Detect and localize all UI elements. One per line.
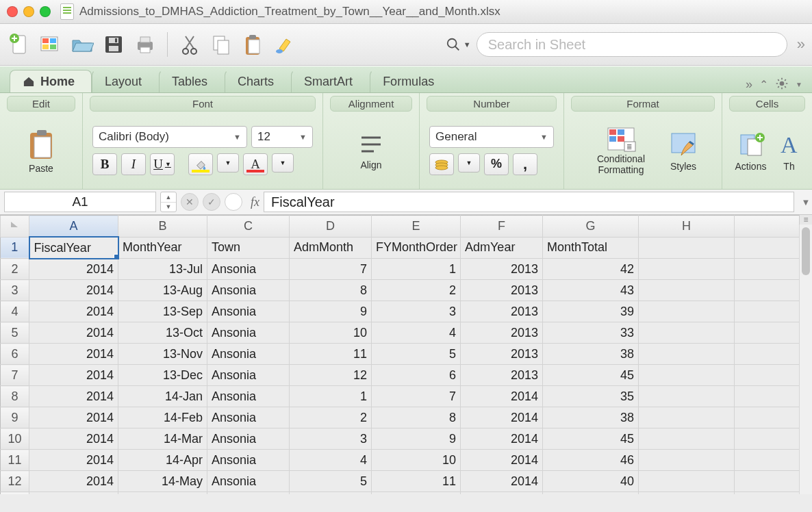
column-header[interactable]: E	[372, 216, 461, 238]
cell[interactable]: 3	[290, 428, 372, 450]
tab-charts[interactable]: Charts	[225, 70, 291, 92]
cell[interactable]: Ansonia	[207, 471, 290, 492]
cell[interactable]: 43	[543, 280, 639, 301]
tab-smartart[interactable]: SmartArt	[291, 70, 370, 92]
cell[interactable]	[639, 492, 735, 495]
cell[interactable]: 35	[543, 386, 639, 407]
name-box[interactable]: A1	[4, 192, 156, 212]
tab-formulas[interactable]: Formulas	[370, 70, 451, 92]
cell[interactable]	[735, 365, 803, 386]
cell[interactable]: 40	[543, 471, 639, 492]
cut-button[interactable]	[177, 32, 202, 57]
cell[interactable]	[735, 492, 803, 495]
cell[interactable]: FiscalYear	[29, 237, 118, 259]
row-header[interactable]: 12	[1, 471, 29, 492]
scroll-thumb[interactable]	[802, 227, 810, 275]
cell[interactable]: 8	[372, 407, 461, 428]
cell[interactable]: 14-Jan	[118, 386, 207, 407]
italic-button[interactable]: I	[121, 153, 146, 175]
cell[interactable]: Ansonia	[207, 386, 290, 407]
font-name-select[interactable]: Calibri (Body)▼	[92, 126, 247, 148]
cell[interactable]: 2014	[29, 259, 118, 280]
save-button[interactable]	[101, 32, 126, 57]
cell[interactable]: Town	[207, 237, 290, 259]
cell[interactable]: 14-Apr	[118, 450, 207, 471]
search-input[interactable]: Search in Sheet	[477, 32, 787, 57]
tab-home[interactable]: Home	[10, 70, 92, 92]
cell[interactable]: 2013	[461, 259, 543, 280]
cell[interactable]: Ansonia	[207, 344, 290, 365]
cell[interactable]: 2014	[29, 280, 118, 301]
cell[interactable]: 13-Jul	[118, 259, 207, 280]
comma-button[interactable]: ,	[513, 153, 537, 175]
close-window-button[interactable]	[7, 6, 18, 17]
cell[interactable]: 2014	[29, 301, 118, 322]
styles-button[interactable]: Styles	[668, 129, 699, 172]
cell[interactable]	[639, 322, 735, 344]
spreadsheet-grid[interactable]: ABCDEFGH 1FiscalYearMonthYearTownAdmMont…	[0, 215, 803, 494]
cell[interactable]: 4	[290, 450, 372, 471]
accept-formula-button[interactable]: ✓	[203, 193, 220, 211]
toolbar-overflow-icon[interactable]: »	[797, 36, 805, 53]
cell[interactable]: 45	[543, 365, 639, 386]
cell[interactable]: 2013	[461, 365, 543, 386]
cell[interactable]	[735, 428, 803, 450]
cell[interactable]: 46	[543, 450, 639, 471]
cell[interactable]: 2014	[461, 428, 543, 450]
tab-tables[interactable]: Tables	[159, 70, 225, 92]
cell[interactable]	[735, 322, 803, 344]
cell[interactable]: 2014	[29, 386, 118, 407]
chevron-down-icon[interactable]: ▼	[796, 81, 802, 88]
cell[interactable]: 14-May	[118, 471, 207, 492]
cell[interactable]: 2014	[29, 365, 118, 386]
currency-dropdown[interactable]: ▼	[458, 153, 480, 172]
cell[interactable]	[735, 407, 803, 428]
row-header[interactable]: 3	[1, 280, 29, 301]
cell[interactable]	[735, 471, 803, 492]
cell[interactable]: 38	[543, 407, 639, 428]
cell[interactable]: 2	[290, 407, 372, 428]
ribbon-settings-icon[interactable]	[775, 77, 789, 92]
fill-color-dropdown[interactable]: ▼	[217, 153, 239, 172]
cell[interactable]	[639, 280, 735, 301]
row-header[interactable]: 7	[1, 365, 29, 386]
new-workbook-button[interactable]	[7, 32, 31, 57]
cell[interactable]: Ansonia	[207, 259, 290, 280]
vertical-scrollbar[interactable]	[799, 225, 812, 494]
cell[interactable]: 2014	[461, 492, 543, 495]
cell[interactable]: 33	[543, 322, 639, 344]
formula-builder-button[interactable]	[225, 193, 242, 211]
cell[interactable]: 6	[290, 492, 372, 495]
cell[interactable]: 2013	[461, 322, 543, 344]
cell[interactable]: 45	[543, 428, 639, 450]
row-header[interactable]: 11	[1, 450, 29, 471]
row-header[interactable]: 4	[1, 301, 29, 322]
format-painter-button[interactable]	[272, 32, 296, 57]
cell[interactable]	[735, 280, 803, 301]
cell[interactable]	[639, 365, 735, 386]
cell[interactable]: 14-Mar	[118, 428, 207, 450]
cell[interactable]: 7	[290, 259, 372, 280]
cell[interactable]: 1	[290, 386, 372, 407]
cell[interactable]: 2014	[29, 492, 118, 495]
paste-button[interactable]	[240, 32, 265, 57]
cell[interactable]: Ansonia	[207, 428, 290, 450]
cell[interactable]: 2013	[461, 301, 543, 322]
font-size-select[interactable]: 12▼	[251, 126, 313, 148]
cell[interactable]: 11	[372, 471, 461, 492]
cell[interactable]: 2014	[29, 322, 118, 344]
cell[interactable]	[639, 386, 735, 407]
cell[interactable]: 7	[372, 386, 461, 407]
cell[interactable]: 9	[290, 301, 372, 322]
cell[interactable]: 2014	[461, 471, 543, 492]
column-header[interactable]: A	[29, 216, 118, 238]
cancel-formula-button[interactable]: ✕	[181, 193, 199, 211]
cell[interactable]: 3	[372, 301, 461, 322]
cell[interactable]	[639, 450, 735, 471]
cell[interactable]: 12	[290, 365, 372, 386]
cell[interactable]: 2014	[461, 386, 543, 407]
select-all-corner[interactable]	[1, 216, 29, 238]
cell[interactable]: 14-Jun	[118, 492, 207, 495]
align-button[interactable]: Align	[356, 131, 386, 170]
pane-split-handle[interactable]: ≡	[799, 215, 812, 225]
